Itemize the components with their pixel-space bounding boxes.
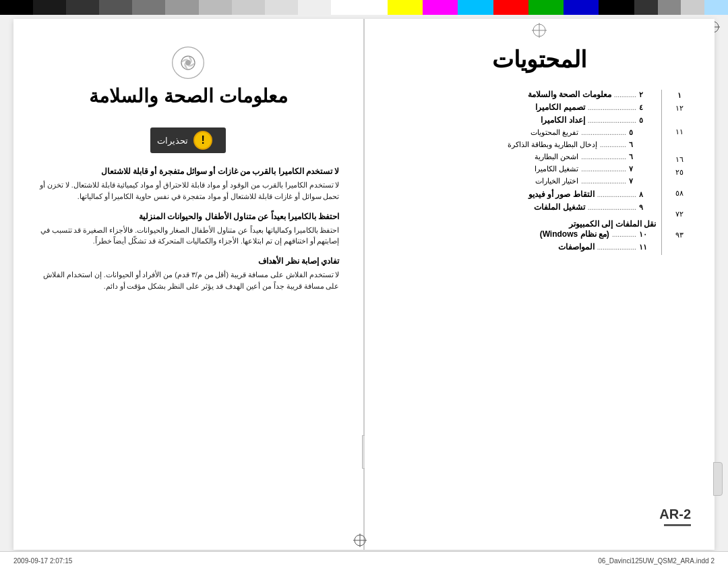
section-3-text: لا تستخدم الفلاش على مسافة قريبة (أقل من… — [37, 269, 340, 292]
toc-dots-8: ........................ — [578, 177, 629, 185]
swatch-gray2 — [165, 0, 198, 15]
toc-pg-93: ٩٣ — [667, 231, 691, 239]
toc-page-numbers: ١ ١٢ ١١ ١٦ ٢٥ ٥٨ ٧٢ ٩٣ — [667, 90, 691, 255]
toc-dots-10: .......................... — [585, 204, 639, 211]
swatch-dark4 — [634, 0, 658, 15]
toc-pg-16: ١٦ — [667, 155, 691, 164]
toc-label-options: اختيار الخيارات — [388, 177, 579, 186]
toc-pg-num-7b: ٧ — [629, 177, 646, 186]
section-1-text: لا تستخدم الكاميرا بالقرب من الوقود أو م… — [37, 179, 340, 202]
color-swatches — [364, 0, 728, 15]
swatch-white — [331, 0, 364, 15]
toc-label-design: تصميم الكاميرا — [388, 103, 585, 112]
swatch-dark2 — [66, 0, 99, 15]
grayscale-swatches — [0, 0, 364, 15]
toc-item-7: ٧ ........................ تشغيل الكامير… — [388, 165, 657, 173]
toc-pg-num-8: ٨ — [639, 190, 656, 199]
ar-page-number-area: AR-2 — [659, 507, 691, 526]
right-page-title: المحتويات — [388, 46, 692, 73]
toc-dots-5: .............. — [597, 141, 629, 148]
ar-page-bar — [664, 524, 691, 526]
camera-icon-area — [37, 46, 340, 80]
toc-item-5: ٦ .............. إدخال البطارية وبطاقة ا… — [388, 140, 657, 149]
toc-label-capture: التقاط صور أو فيديو — [388, 190, 595, 199]
toc-label-power: تشغيل الكاميرا — [388, 165, 579, 173]
warning-icon: ! — [193, 131, 212, 150]
section-1-title: لا تستخدم الكاميرا بالقرب من غازات أو سو… — [37, 167, 340, 176]
toc-label-playback: تشغيل الملفات — [388, 202, 585, 212]
toc-pg-1: ١ — [667, 91, 691, 100]
section-3: تفادي إصابة نظر الأهداف لا تستخدم الفلاش… — [37, 256, 340, 292]
camera-fan-icon — [171, 46, 205, 80]
toc-dots-9: ..................... — [595, 191, 639, 198]
toc-item-3: ٥ .......................... إعداد الكام… — [388, 115, 657, 125]
toc-label-unpack: تفريغ المحتويات — [388, 128, 579, 137]
toc-divider — [661, 90, 662, 255]
swatch-red — [493, 0, 528, 15]
swatch-black — [0, 0, 33, 15]
toc-pg-num-5b: ٥ — [629, 128, 646, 137]
toc-dots-6: ........................ — [578, 153, 629, 161]
warning-label: تحذيرات — [157, 136, 188, 146]
swatch-black2 — [599, 0, 634, 15]
swatch-lightblue — [681, 0, 704, 15]
toc-item-11: ١٠ ............. (مع نظام Windows) — [388, 229, 657, 239]
section-2-text: احتفظ بالكاميرا وكمالياتها بعيداً عن متن… — [37, 225, 340, 248]
footer-right: 2009-09-17 2:07:15 — [13, 557, 72, 565]
swatch-light2 — [298, 0, 331, 15]
toc-label-safety: معلومات الصحة والسلامة — [388, 90, 611, 99]
toc-label-transfer: نقل الملفات إلى الكمبيوتر — [569, 219, 656, 229]
swatch-white2 — [364, 0, 388, 15]
swatch-light1 — [265, 0, 298, 15]
swatch-green — [528, 0, 564, 15]
toc-pg-num-4: ٤ — [639, 103, 656, 112]
toc-transfer-header: نقل الملفات إلى الكمبيوتر — [388, 217, 657, 229]
toc-pg-num-7a: ٧ — [629, 165, 646, 173]
toc-pg-12: ١٢ — [667, 104, 691, 113]
toc-pg-num-5: ٥ — [639, 116, 656, 125]
left-page-title: معلومات الصحة والسلامة — [37, 85, 340, 107]
swatch-dark3 — [99, 0, 132, 15]
toc-item-8: ٧ ........................ اختيار الخيار… — [388, 177, 657, 186]
section-3-title: تفادي إصابة نظر الأهداف — [37, 256, 340, 266]
toc-pg-num-2: ٢ — [639, 90, 656, 99]
section-2-title: احتفظ بالكاميرا بعيداً عن متناول الأطفال… — [37, 212, 340, 221]
toc-dots-3: .......................... — [585, 117, 639, 124]
left-page: معلومات الصحة والسلامة ! تحذيرات لا تستخ… — [13, 19, 364, 550]
footer-left: 06_Davinci125UW_QSM2_ARA.indd 2 — [598, 557, 715, 565]
swatch-blue — [564, 0, 599, 15]
toc-pg-num-6a: ٦ — [629, 140, 646, 149]
right-page: المحتويات ١ ١٢ ١١ ١٦ ٢٥ ٥٨ ٧٢ ٩٣ ٢ .....… — [365, 19, 715, 550]
toc-pg-11: ١١ — [667, 127, 691, 136]
toc-pg-num-9: ٩ — [639, 203, 656, 212]
page-spread: معلومات الصحة والسلامة ! تحذيرات لا تستخ… — [13, 19, 715, 550]
ar-page-number: AR-2 — [659, 507, 691, 522]
toc-dots-1: ............ — [611, 91, 639, 98]
warning-badge: ! تحذيرات — [150, 127, 226, 153]
svg-point-8 — [185, 60, 191, 65]
swatch-gray3 — [199, 0, 232, 15]
toc-item-10: ٩ .......................... تشغيل الملف… — [388, 202, 657, 212]
toc-pg-72: ٧٢ — [667, 210, 691, 219]
toc-label-setup: إعداد الكاميرا — [388, 115, 585, 125]
reg-mark-right-top — [531, 22, 547, 41]
footer-strip: 2009-09-17 2:07:15 06_Davinci125UW_QSM2_… — [0, 551, 728, 570]
color-bar-top — [0, 0, 728, 15]
toc-label-specs: المواصفات — [388, 242, 595, 252]
warning-box: ! تحذيرات — [37, 127, 340, 153]
toc-dots-7: ........................ — [578, 165, 629, 173]
toc-label-battery: إدخال البطارية وبطاقة الذاكرة — [388, 140, 598, 149]
toc-label-charge: اشحن البطارية — [388, 152, 579, 161]
toc-dots-4: ........................ — [578, 129, 629, 136]
toc-pg-num-6b: ٦ — [629, 152, 646, 161]
toc-item-4: ٥ ........................ تفريغ المحتوي… — [388, 128, 657, 137]
swatch-gray4 — [232, 0, 265, 15]
toc-item-2: ٤ .......................... تصميم الكام… — [388, 103, 657, 112]
reg-mark-bottom-left — [352, 532, 368, 548]
toc-item-1: ٢ ............ معلومات الصحة والسلامة — [388, 90, 657, 99]
toc-pg-num-11: ١١ — [639, 243, 656, 252]
toc-item-6: ٦ ........................ اشحن البطارية — [388, 152, 657, 161]
toc-dots-2: .......................... — [585, 104, 639, 111]
toc-content: ٢ ............ معلومات الصحة والسلامة ٤ … — [388, 90, 657, 255]
toc-container: ١ ١٢ ١١ ١٦ ٢٥ ٥٨ ٧٢ ٩٣ ٢ ............ مع… — [388, 90, 692, 255]
